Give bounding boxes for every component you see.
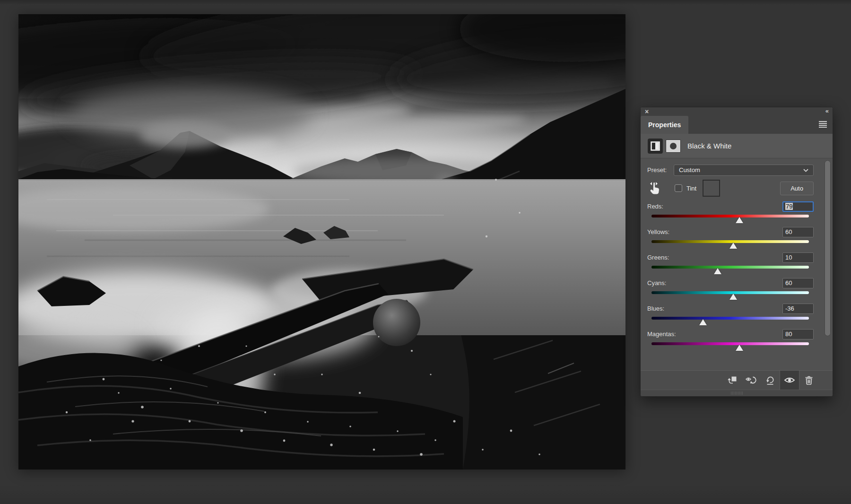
slider-row-greens: Greens: 10 (647, 252, 814, 278)
yellows-slider-thumb[interactable] (729, 243, 737, 249)
reds-slider-track[interactable] (651, 215, 809, 217)
resize-grip-icon[interactable] (731, 391, 743, 395)
delete-adjustment-button[interactable] (799, 371, 818, 390)
greens-slider-track[interactable] (651, 266, 809, 269)
tint-label: Tint (686, 185, 696, 192)
reset-to-defaults-button[interactable] (761, 371, 780, 390)
tint-checkbox[interactable] (675, 184, 682, 192)
tab-properties[interactable]: Properties (641, 116, 688, 134)
slider-row-reds: Reds: 79 (647, 201, 814, 226)
tint-color-swatch[interactable] (703, 180, 720, 197)
slider-row-yellows: Yellows: 60 (647, 226, 814, 252)
reds-slider-thumb[interactable] (736, 217, 743, 223)
magentas-value-input[interactable]: 80 (782, 329, 814, 339)
preset-value: Custom (679, 166, 700, 174)
blues-value-input[interactable]: -36 (782, 304, 814, 314)
reds-label: Reds: (647, 203, 663, 210)
slider-row-blues: Blues: -36 (647, 303, 814, 329)
properties-panel: × « Properties Black & White Preset: Cus… (640, 107, 833, 397)
preset-select[interactable]: Custom (674, 165, 814, 176)
layer-mask-icon[interactable] (666, 139, 681, 153)
magentas-label: Magentas: (647, 330, 676, 338)
panel-footer (641, 370, 833, 390)
toggle-visibility-button[interactable] (780, 371, 799, 390)
panel-resize-bar[interactable] (641, 390, 833, 396)
reds-value-input[interactable]: 79 (782, 201, 814, 212)
color-sliders: Reds: 79 Yellows: 60 Greens: 10 (647, 201, 814, 354)
view-previous-state-button[interactable] (742, 371, 761, 390)
cyans-label: Cyans: (647, 279, 666, 287)
clip-to-layer-button[interactable] (723, 371, 742, 390)
preset-label: Preset: (647, 166, 674, 174)
greens-slider-thumb[interactable] (714, 268, 721, 274)
magentas-slider-thumb[interactable] (736, 345, 743, 351)
slider-row-magentas: Magentas: 80 (647, 329, 814, 354)
chevron-down-icon (803, 166, 808, 174)
adjustment-name: Black & White (687, 142, 731, 150)
collapse-panel-icon[interactable]: « (825, 107, 828, 115)
cyans-slider-thumb[interactable] (729, 294, 737, 300)
close-icon[interactable]: × (645, 108, 649, 115)
greens-value-input[interactable]: 10 (782, 252, 814, 263)
black-white-adjustment-icon (648, 139, 663, 154)
greens-label: Greens: (647, 254, 669, 261)
auto-button[interactable]: Auto (780, 182, 814, 195)
slider-row-cyans: Cyans: 60 (647, 278, 814, 303)
blues-slider-track[interactable] (651, 317, 809, 320)
panel-scrollbar[interactable] (825, 160, 831, 336)
cyans-value-input[interactable]: 60 (782, 278, 814, 288)
targeted-adjustment-tool-icon[interactable] (649, 181, 662, 195)
panel-menu-icon[interactable] (819, 121, 827, 128)
document-canvas[interactable] (18, 14, 625, 469)
blues-label: Blues: (647, 305, 664, 312)
magentas-slider-track[interactable] (651, 342, 809, 345)
yellows-value-input[interactable]: 60 (782, 227, 814, 237)
panel-content: Preset: Custom Tint Auto (641, 158, 833, 370)
yellows-label: Yellows: (647, 228, 669, 235)
blues-slider-thumb[interactable] (699, 319, 707, 325)
panel-tabstrip: Properties (641, 116, 833, 134)
panel-titlebar[interactable]: × « (641, 107, 833, 116)
seascape-photo (18, 14, 625, 469)
adjustment-header: Black & White (641, 134, 833, 158)
